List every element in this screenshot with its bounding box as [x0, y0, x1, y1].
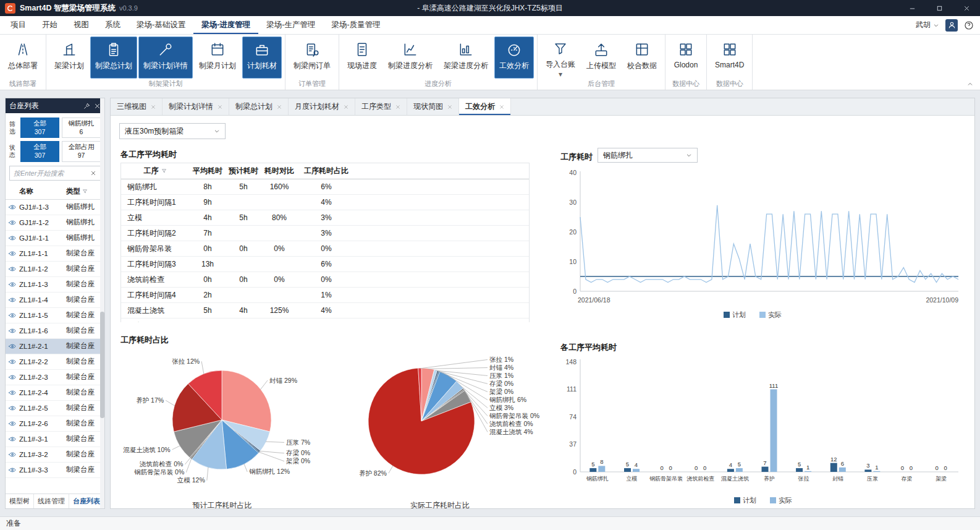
visibility-toggle[interactable] [6, 404, 19, 412]
ribbon-button[interactable]: 制梁月计划 [194, 36, 241, 79]
filter-funnel-icon[interactable] [161, 168, 167, 174]
document-tab[interactable]: 工效分析 [459, 98, 511, 115]
ribbon-button[interactable]: 制梁总计划 [90, 36, 137, 79]
visibility-toggle[interactable] [6, 311, 19, 320]
close-icon[interactable] [277, 105, 282, 109]
document-tab[interactable]: 工序类型 [355, 98, 407, 115]
visibility-toggle[interactable] [6, 280, 19, 289]
ribbon-button[interactable]: 计划耗材 [242, 36, 282, 79]
pedestal-row[interactable]: ZL1#-1-1制梁台座 [6, 246, 104, 262]
pedestal-row[interactable]: GJ1#-1-2钢筋绑扎 [6, 215, 104, 231]
ribbon-button[interactable]: Smart4D [710, 36, 749, 79]
clear-search-icon[interactable] [90, 170, 96, 176]
menu-item[interactable]: 项目 [2, 16, 34, 34]
visibility-toggle[interactable] [6, 373, 19, 382]
pedestal-row[interactable]: ZL1#-2-2制梁台座 [6, 354, 104, 370]
pin-icon[interactable] [83, 103, 90, 109]
ribbon-button[interactable]: 架梁计划 [49, 36, 89, 79]
filter-badge[interactable]: 全部占用97 [62, 141, 101, 161]
pedestal-row[interactable]: ZL1#-2-5制梁台座 [6, 401, 104, 416]
pedestal-name: ZL1#-1-2 [19, 265, 66, 273]
document-tab[interactable]: 现状简图 [407, 98, 459, 115]
ribbon-button[interactable]: 工效分析 [494, 36, 534, 79]
user-avatar-icon[interactable] [945, 19, 958, 32]
user-menu[interactable]: 武胡 [916, 20, 939, 30]
close-icon[interactable] [151, 105, 156, 109]
visibility-toggle[interactable] [6, 388, 19, 397]
scrollbar[interactable] [100, 98, 104, 508]
close-icon[interactable] [218, 105, 222, 109]
pedestal-row[interactable]: ZL1#-2-3制梁台座 [6, 370, 104, 385]
filter-badge[interactable]: 全部307 [20, 141, 59, 161]
panel-tab[interactable]: 台座列表 [69, 494, 104, 508]
document-tab[interactable]: 月度计划耗材 [289, 98, 355, 115]
pedestal-row[interactable]: ZL1#-1-6制梁台座 [6, 323, 104, 339]
visibility-toggle[interactable] [6, 342, 19, 351]
ribbon-button[interactable]: 制梁闸订单 [289, 36, 336, 79]
pedestal-row[interactable]: ZL1#-2-1制梁台座 [6, 339, 104, 354]
close-icon[interactable] [395, 105, 400, 109]
help-icon[interactable] [964, 20, 974, 30]
pedestal-row[interactable]: GJ1#-1-1钢筋绑扎 [6, 231, 104, 246]
ribbon-button[interactable]: Glodon [669, 36, 703, 79]
close-button[interactable] [953, 0, 980, 16]
close-icon[interactable] [344, 105, 348, 109]
pedestal-row[interactable]: GJ1#-1-3钢筋绑扎 [6, 200, 104, 215]
filter-badge[interactable]: 全部307 [20, 118, 59, 138]
visibility-toggle[interactable] [6, 419, 19, 428]
document-tab[interactable]: 三维视图 [111, 98, 163, 115]
visibility-toggle[interactable] [6, 265, 19, 273]
ribbon-button[interactable]: 现场进度 [342, 36, 382, 79]
minimize-button[interactable] [898, 0, 926, 16]
ribbon-button[interactable]: 架梁进度分析 [439, 36, 493, 79]
panel-tab[interactable]: 线路管理 [34, 494, 69, 508]
pedestal-row[interactable]: ZL1#-3-3制梁台座 [6, 463, 104, 478]
menu-item[interactable]: 梁场-质量管理 [324, 16, 389, 34]
menu-item[interactable]: 梁场-进度管理 [193, 16, 258, 34]
maximize-button[interactable] [926, 0, 953, 16]
filter-badge[interactable]: 钢筋绑扎6 [62, 118, 101, 138]
ribbon-button[interactable]: 校合数据 [622, 36, 662, 79]
ribbon-button[interactable]: 上传模型 [581, 36, 621, 79]
pedestal-row[interactable]: ZL1#-3-1制梁台座 [6, 432, 104, 447]
scrollbar-thumb[interactable] [100, 312, 104, 418]
visibility-toggle[interactable] [6, 203, 19, 212]
visibility-toggle[interactable] [6, 234, 19, 242]
document-tab[interactable]: 制梁总计划 [229, 98, 289, 115]
ribbon-button[interactable]: 制梁进度分析 [383, 36, 437, 79]
pedestal-row[interactable]: ZL1#-2-4制梁台座 [6, 385, 104, 401]
pedestal-row[interactable]: ZL1#-1-3制梁台座 [6, 277, 104, 293]
chevron-down-icon [933, 22, 939, 28]
visibility-toggle[interactable] [6, 296, 19, 304]
pedestal-row[interactable]: ZL1#-2-6制梁台座 [6, 416, 104, 432]
process-filter-select[interactable]: 钢筋绑扎 [598, 148, 698, 163]
menu-item[interactable]: 开始 [34, 16, 65, 34]
close-icon[interactable] [447, 105, 452, 109]
menu-item[interactable]: 梁场-基础设置 [129, 16, 193, 34]
visibility-toggle[interactable] [6, 435, 19, 443]
pedestal-row[interactable]: ZL1#-3-2制梁台座 [6, 447, 104, 463]
visibility-toggle[interactable] [6, 357, 19, 366]
visibility-toggle[interactable] [6, 327, 19, 335]
beam-type-select[interactable]: 液压30m预制箱梁 [119, 123, 226, 139]
close-icon[interactable] [499, 105, 504, 109]
visibility-toggle[interactable] [6, 218, 19, 227]
visibility-toggle[interactable] [6, 450, 19, 459]
ribbon-button[interactable]: 制梁计划详情 [138, 36, 193, 79]
ribbon-button[interactable]: 总体部署 [3, 36, 43, 79]
panel-tab[interactable]: 模型树 [6, 494, 34, 508]
ribbon-button[interactable]: 导入台账▾ [541, 36, 580, 79]
menu-item[interactable]: 梁场-生产管理 [258, 16, 323, 34]
menu-item[interactable]: 视图 [65, 16, 97, 34]
visibility-toggle[interactable] [6, 249, 19, 258]
visibility-toggle[interactable] [6, 466, 19, 474]
search-input[interactable] [14, 169, 90, 177]
pedestal-row[interactable]: ZL1#-1-4制梁台座 [6, 293, 104, 308]
ribbon-collapse-icon[interactable] [966, 79, 974, 88]
menu-item[interactable]: 系统 [97, 16, 129, 34]
document-tab[interactable]: 制梁计划详情 [163, 98, 229, 115]
filter-funnel-icon[interactable] [82, 189, 88, 194]
pedestal-row[interactable]: ZL1#-1-5制梁台座 [6, 308, 104, 323]
table-cell: 4h [226, 306, 261, 315]
pedestal-row[interactable]: ZL1#-1-2制梁台座 [6, 262, 104, 277]
